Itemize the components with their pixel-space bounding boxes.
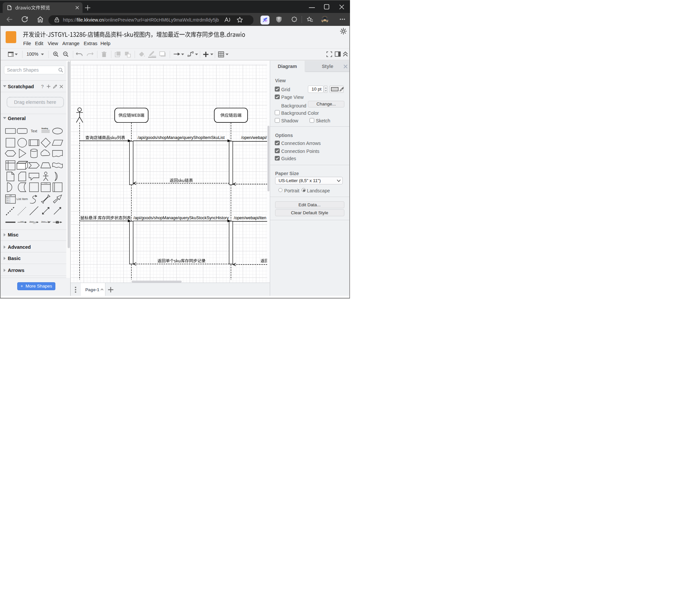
svg-text:TITLE: TITLE — [44, 183, 47, 184]
svg-text:Label: Label — [20, 220, 24, 222]
svg-text:Target: Target — [47, 220, 51, 222]
svg-text:/open/webapi/: /open/webapi/ — [241, 135, 267, 140]
svg-text:/api/goods/shopManage/querySku: /api/goods/shopManage/querySkuStockSyncH… — [133, 216, 229, 220]
svg-text:/api/goods/shopManage/querySho: /api/goods/shopManage/queryShopItemSkuLi… — [138, 135, 225, 140]
svg-text:Source: Source — [42, 220, 45, 222]
svg-text:List Item: List Item — [17, 197, 28, 201]
svg-text:Item 2: Item 2 — [6, 199, 10, 201]
svg-text:Text: Text — [31, 129, 37, 133]
svg-text:Heading: Heading — [42, 127, 48, 129]
svg-text:Item 1: Item 1 — [6, 197, 10, 199]
svg-text:List: List — [9, 195, 12, 196]
svg-text:/open/webapi/iten: /open/webapi/iten — [234, 216, 266, 220]
svg-text:Source: Source — [30, 220, 34, 222]
svg-text:Item 3: Item 3 — [6, 201, 10, 202]
svg-text:label: label — [33, 222, 36, 224]
